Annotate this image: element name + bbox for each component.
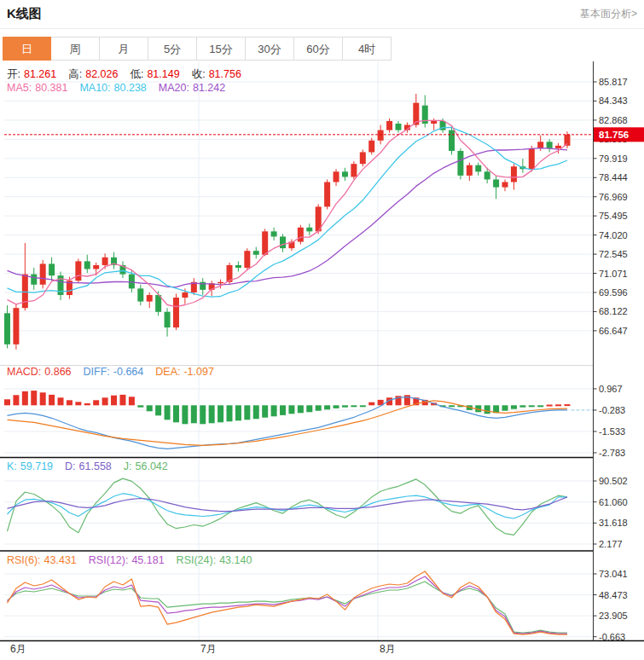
svg-text:66.647: 66.647 (599, 326, 628, 336)
kline-page: K线图 基本面分析> 日 周 月 5分 15分 30分 60分 4时 6月7月8… (0, 0, 644, 660)
fundamental-analysis-link[interactable]: 基本面分析> (580, 7, 637, 21)
svg-text:72.545: 72.545 (599, 249, 628, 259)
period-tabbar: 日 周 月 5分 15分 30分 60分 4时 (3, 37, 392, 61)
tab-weekly[interactable]: 周 (51, 37, 100, 61)
open-label: 开: (7, 68, 20, 80)
rsi12-value: 45.181 (131, 554, 164, 566)
d-label: D: (65, 460, 76, 472)
tab-daily[interactable]: 日 (3, 37, 51, 61)
page-title: K线图 (7, 6, 42, 22)
svg-text:79.919: 79.919 (599, 153, 628, 164)
low-value: 81.149 (147, 68, 179, 80)
svg-text:2.177: 2.177 (599, 539, 623, 549)
svg-text:71.071: 71.071 (599, 269, 628, 279)
tab-monthly[interactable]: 月 (100, 37, 148, 61)
svg-text:78.444: 78.444 (599, 172, 628, 182)
ma-legend: MA5:80.381MA10:80.238MA20:81.242 (7, 82, 229, 94)
rsi6-label: RSI(6): (7, 554, 41, 566)
tab-4hour[interactable]: 4时 (343, 37, 392, 61)
svg-text:69.596: 69.596 (599, 287, 628, 298)
svg-text:73.041: 73.041 (599, 569, 628, 579)
ohlc-legend: 开:81.261高:82.026低:81.149收:81.756 (7, 67, 245, 82)
ma5-value: 80.381 (35, 82, 67, 94)
svg-text:61.060: 61.060 (599, 497, 628, 507)
svg-text:-2.783: -2.783 (599, 448, 625, 458)
svg-text:-0.283: -0.283 (599, 405, 625, 415)
svg-text:31.618: 31.618 (599, 518, 628, 528)
tab-60min[interactable]: 60分 (294, 37, 343, 61)
low-label: 低: (130, 68, 143, 80)
d-value: 61.558 (79, 460, 112, 472)
k-value: 59.719 (20, 460, 53, 472)
svg-text:-1.533: -1.533 (599, 426, 625, 437)
chart-canvas: 6月7月8月85.81784.34382.86881.39379.91978.4… (0, 61, 644, 660)
j-label: J: (124, 460, 132, 472)
macd-value: 0.866 (44, 366, 71, 378)
svg-text:7月: 7月 (200, 643, 217, 655)
svg-text:84.343: 84.343 (599, 96, 628, 106)
j-value: 56.042 (136, 460, 168, 472)
ma10-value: 80.238 (114, 82, 147, 94)
svg-text:6月: 6月 (10, 643, 26, 655)
rsi6-value: 43.431 (44, 554, 77, 566)
svg-text:0.967: 0.967 (599, 384, 623, 394)
dea-value: -1.097 (183, 366, 213, 378)
ma5-label: MA5: (7, 82, 32, 94)
diff-label: DIFF: (84, 366, 110, 378)
close-value: 81.756 (209, 68, 241, 80)
svg-text:68.122: 68.122 (599, 306, 628, 316)
ma10-label: MA10: (79, 82, 110, 94)
svg-text:76.969: 76.969 (599, 192, 628, 202)
diff-value: -0.664 (113, 366, 143, 378)
tab-5min[interactable]: 5分 (148, 37, 197, 61)
macd-legend: MACD:0.866DIFF:-0.664DEA:-1.097 (7, 366, 218, 378)
svg-text:8月: 8月 (380, 643, 396, 655)
high-label: 高: (68, 68, 82, 80)
k-label: K: (7, 460, 17, 472)
high-value: 82.026 (85, 68, 118, 80)
svg-text:23.905: 23.905 (599, 611, 628, 621)
rsi-legend: RSI(6):43.431RSI(12):45.181RSI(24):43.14… (7, 554, 255, 566)
rsi12-label: RSI(12): (89, 554, 129, 566)
page-header: K线图 基本面分析> (0, 0, 644, 29)
tab-15min[interactable]: 15分 (197, 37, 246, 61)
rsi24-value: 43.140 (219, 554, 252, 566)
svg-text:81.756: 81.756 (599, 130, 629, 140)
svg-text:90.502: 90.502 (599, 476, 628, 486)
svg-text:82.868: 82.868 (599, 115, 628, 125)
svg-text:74.020: 74.020 (599, 230, 628, 240)
rsi24-label: RSI(24): (177, 554, 217, 566)
svg-text:85.817: 85.817 (599, 77, 628, 87)
open-value: 81.261 (24, 68, 56, 80)
tab-30min[interactable]: 30分 (246, 37, 294, 61)
kdj-legend: K:59.719D:61.558J:56.042 (7, 460, 171, 472)
dea-label: DEA: (155, 366, 180, 378)
svg-text:48.473: 48.473 (599, 590, 628, 600)
ma20-label: MA20: (159, 82, 189, 94)
close-label: 收: (192, 68, 206, 80)
svg-text:75.495: 75.495 (599, 211, 628, 221)
ma20-value: 81.242 (193, 82, 225, 94)
macd-label: MACD: (7, 366, 41, 378)
